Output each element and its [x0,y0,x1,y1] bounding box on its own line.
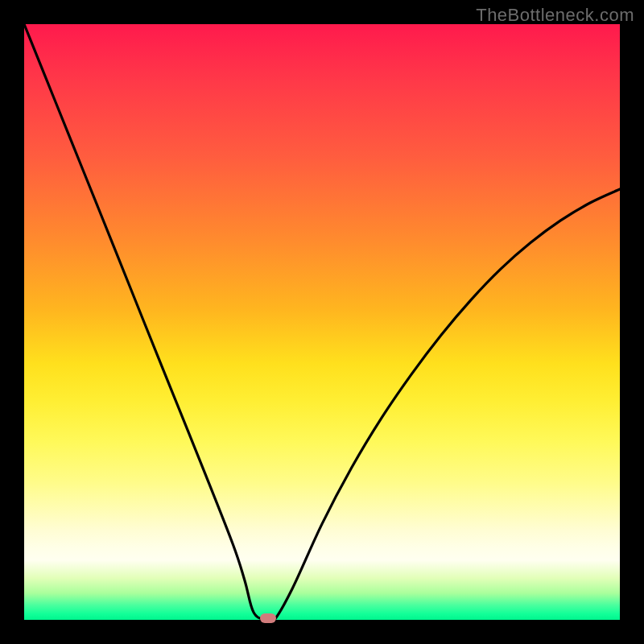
bottleneck-curve-svg [24,24,620,620]
watermark-text: TheBottleneck.com [476,5,634,26]
optimum-marker [260,613,276,623]
chart-plot-area [24,24,620,620]
chart-frame: TheBottleneck.com [0,0,644,644]
bottleneck-curve-path [24,24,620,620]
